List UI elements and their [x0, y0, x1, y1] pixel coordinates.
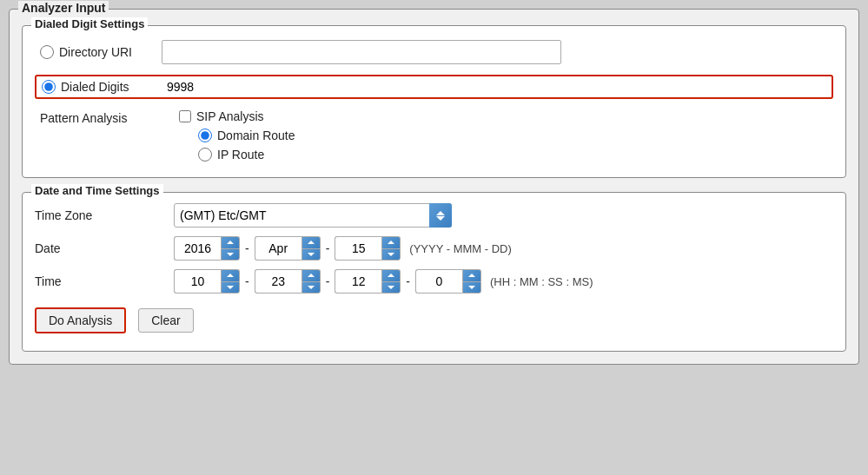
ss-up-icon	[388, 274, 394, 277]
ss-input[interactable]	[335, 269, 381, 294]
ms-down-button[interactable]	[462, 281, 481, 294]
dialed-digit-settings-title: Dialed Digit Settings	[31, 17, 148, 30]
pattern-options: SIP Analysis Domain Route IP Route	[179, 109, 295, 162]
day-down-button[interactable]	[381, 248, 401, 261]
hh-down-button[interactable]	[221, 281, 240, 294]
action-buttons-row: Do Analysis Clear	[35, 302, 833, 339]
time-hint: (HH : MM : SS : MS)	[490, 275, 593, 288]
date-label: Date	[35, 241, 174, 255]
datetime-settings-title: Date and Time Settings	[31, 184, 163, 197]
date-dash-1: -	[245, 241, 249, 255]
year-spinner-btns	[221, 236, 240, 261]
hh-spinner-wrap	[174, 269, 240, 294]
domain-route-radio[interactable]	[198, 129, 212, 142]
dialed-digits-row: Dialed Digits	[35, 75, 833, 99]
day-spinner-wrap	[335, 236, 401, 261]
sip-analysis-checkbox[interactable]	[179, 110, 191, 122]
dialed-digits-radio-label[interactable]: Dialed Digits	[42, 80, 163, 94]
time-dash-1: -	[245, 274, 249, 288]
month-down-icon	[308, 253, 315, 256]
date-dash-2: -	[326, 241, 330, 255]
ms-input[interactable]	[415, 269, 462, 294]
ms-up-button[interactable]	[462, 269, 481, 281]
day-spinner-btns	[381, 236, 401, 261]
year-input[interactable]	[174, 236, 221, 261]
time-dash-3: -	[406, 274, 410, 288]
directory-uri-row: Directory URI	[35, 36, 833, 68]
day-input[interactable]	[335, 236, 381, 261]
year-down-button[interactable]	[221, 248, 240, 261]
ms-up-icon	[468, 274, 475, 277]
hh-up-icon	[227, 274, 234, 277]
dialed-digit-settings-group: Dialed Digit Settings Directory URI Dial…	[22, 25, 846, 178]
month-up-icon	[308, 241, 315, 244]
ms-spinner-btns	[462, 269, 481, 294]
mm-spinner-wrap	[255, 269, 321, 294]
ms-spinner-wrap	[415, 269, 481, 294]
analyzer-input-title: Analyzer Input	[18, 1, 109, 15]
do-analysis-button[interactable]: Do Analysis	[35, 307, 126, 333]
month-spinner-wrap	[255, 236, 321, 261]
date-row: Date - -	[35, 236, 833, 261]
sip-analysis-row: SIP Analysis	[179, 109, 295, 123]
sip-analysis-label: SIP Analysis	[196, 109, 264, 123]
ip-route-radio[interactable]	[198, 148, 212, 162]
domain-route-label: Domain Route	[217, 129, 295, 142]
ss-spinner-btns	[381, 269, 401, 294]
ss-spinner-wrap	[335, 269, 401, 294]
directory-uri-radio[interactable]	[40, 45, 54, 59]
date-hint: (YYYY - MMM - DD)	[409, 242, 511, 255]
mm-up-icon	[308, 274, 315, 277]
hh-up-button[interactable]	[221, 269, 240, 281]
datetime-settings-group: Date and Time Settings Time Zone (GMT) E…	[22, 192, 846, 352]
month-down-button[interactable]	[301, 248, 321, 261]
year-up-button[interactable]	[221, 236, 240, 248]
mm-input[interactable]	[255, 269, 301, 294]
pattern-analysis-label: Pattern Analysis	[40, 109, 179, 125]
dialed-digits-input[interactable]	[163, 80, 826, 94]
timezone-row: Time Zone (GMT) Etc/GMT	[35, 203, 833, 228]
ss-down-icon	[388, 286, 394, 289]
month-spinner-btns	[301, 236, 321, 261]
domain-route-row: Domain Route	[179, 129, 295, 142]
ms-down-icon	[468, 286, 475, 289]
mm-down-button[interactable]	[301, 281, 321, 294]
month-input[interactable]	[255, 236, 301, 261]
timezone-select[interactable]: (GMT) Etc/GMT	[174, 203, 452, 228]
pattern-analysis-row: Pattern Analysis SIP Analysis Domain Rou…	[35, 106, 833, 165]
time-label: Time	[35, 274, 174, 288]
time-row: Time - -	[35, 269, 833, 294]
timezone-label: Time Zone	[35, 208, 174, 222]
timezone-select-wrap: (GMT) Etc/GMT	[174, 203, 452, 228]
directory-uri-radio-label[interactable]: Directory URI	[40, 45, 162, 59]
day-up-icon	[388, 241, 394, 244]
dialed-digits-label: Dialed Digits	[61, 80, 129, 94]
mm-up-button[interactable]	[301, 269, 321, 281]
mm-down-icon	[308, 286, 315, 289]
hh-spinner-btns	[221, 269, 240, 294]
day-down-icon	[388, 253, 394, 256]
mm-spinner-btns	[301, 269, 321, 294]
clear-button[interactable]: Clear	[138, 308, 193, 333]
hh-down-icon	[227, 286, 234, 289]
directory-uri-input[interactable]	[162, 40, 561, 64]
year-spinner-wrap	[174, 236, 240, 261]
ip-route-label: IP Route	[217, 148, 264, 162]
year-down-icon	[227, 253, 234, 256]
ip-route-row: IP Route	[179, 148, 295, 162]
analyzer-input-group: Analyzer Input Dialed Digit Settings Dir…	[9, 9, 859, 365]
time-dash-2: -	[326, 274, 330, 288]
day-up-button[interactable]	[381, 236, 401, 248]
year-up-icon	[227, 241, 234, 244]
dialed-digits-radio[interactable]	[42, 80, 56, 94]
hh-input[interactable]	[174, 269, 221, 294]
directory-uri-label: Directory URI	[59, 45, 132, 59]
month-up-button[interactable]	[301, 236, 321, 248]
ss-down-button[interactable]	[381, 281, 401, 294]
ss-up-button[interactable]	[381, 269, 401, 281]
